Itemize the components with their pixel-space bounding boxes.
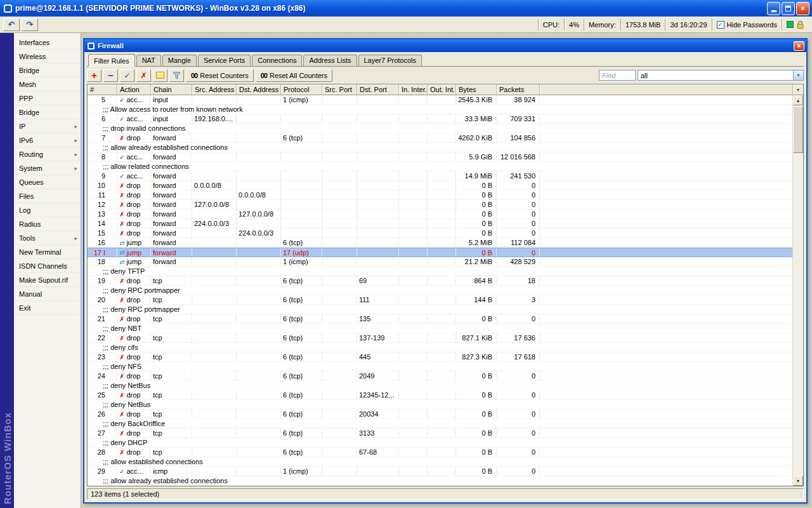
filter-dropdown[interactable]: all ▼ — [638, 70, 804, 81]
firewall-rule-row[interactable]: 15✗dropforward224.0.0.0/30 B0 — [88, 229, 792, 238]
sidebar-item-tools[interactable]: Tools▸ — [14, 231, 81, 245]
column-header-out-int[interactable]: Out. Int... — [428, 84, 456, 95]
tab-nat[interactable]: NAT — [136, 55, 161, 66]
sidebar-item-isdn-channels[interactable]: ISDN Channels — [14, 259, 81, 273]
tab-connections[interactable]: Connections — [252, 55, 302, 66]
sidebar-item-radius[interactable]: Radius — [14, 217, 81, 231]
firewall-rule-row[interactable]: 19✗droptcp6 (tcp)69864 B18 — [88, 276, 792, 286]
comment-row[interactable]: ;;; deny BackOriffice — [88, 419, 792, 429]
column-header-bytes[interactable]: Bytes — [456, 84, 497, 95]
tab-layer7-protocols[interactable]: Layer7 Protocols — [358, 55, 422, 66]
firewall-rule-row[interactable]: 29✓acc...icmp1 (icmp)0 B0 — [88, 467, 792, 476]
scroll-down-button[interactable]: ▼ — [793, 476, 803, 486]
find-input[interactable] — [599, 70, 636, 81]
comment-row[interactable]: ;;; deny cifs — [88, 343, 792, 352]
comment-row[interactable]: ;;; deny DHCP — [88, 438, 792, 448]
sidebar-item-make-supout-rif[interactable]: Make Supout.rif — [14, 273, 81, 287]
sidebar-item-system[interactable]: System▸ — [14, 161, 81, 175]
sidebar-item-queues[interactable]: Queues — [14, 175, 81, 189]
add-rule-button[interactable]: + — [87, 69, 102, 82]
redo-button[interactable]: ↷ — [22, 18, 38, 31]
sidebar-item-wireless[interactable]: Wireless — [14, 50, 81, 64]
disable-rule-button[interactable]: ✗ — [136, 69, 151, 82]
sidebar-item-bridge[interactable]: Bridge — [14, 64, 81, 77]
column-header-packets[interactable]: Packets — [497, 84, 540, 95]
comment-row[interactable]: ;;; deny RPC portmapper — [88, 286, 792, 295]
firewall-rule-row[interactable]: 24✗droptcp6 (tcp)20490 B0 — [88, 371, 792, 381]
column-header-action[interactable]: Action — [117, 84, 151, 95]
scroll-up-button[interactable]: ▲ — [793, 95, 803, 105]
column-header-protocol[interactable]: Protocol — [281, 84, 322, 95]
firewall-rule-row[interactable]: 17 I⇄jumpforward17 (udp)0 B0 — [88, 248, 792, 257]
sidebar-item-new-terminal[interactable]: New Terminal — [14, 245, 81, 259]
firewall-rule-row[interactable]: 8✓acc...forward5.9 GiB12 016 568 — [88, 152, 792, 162]
sidebar-item-ip[interactable]: IP▸ — [14, 119, 81, 133]
firewall-rule-row[interactable]: 28✗droptcp6 (tcp)67-680 B0 — [88, 448, 792, 457]
hide-passwords-toggle[interactable]: Hide Passwords — [712, 19, 782, 30]
firewall-rule-row[interactable]: 25✗droptcp6 (tcp)12345-12...0 B0 — [88, 391, 792, 400]
firewall-rule-row[interactable]: 16⇄jumpforward6 (tcp)5.2 MiB112 084 — [88, 238, 792, 248]
close-button[interactable]: × — [796, 2, 809, 15]
vertical-scrollbar[interactable]: ▲ ▼ — [792, 95, 803, 486]
comment-row[interactable]: ;;; Allow access to router from known ne… — [88, 105, 792, 114]
firewall-rule-row[interactable]: 23✗droptcp6 (tcp)445827.3 KiB17 618 — [88, 352, 792, 362]
firewall-rule-row[interactable]: 13✗dropforward127.0.0.0/80 B0 — [88, 210, 792, 219]
tab-filter-rules[interactable]: Filter Rules — [88, 54, 135, 67]
enable-rule-button[interactable]: ✓ — [120, 69, 134, 82]
sidebar-item-log[interactable]: Log — [14, 203, 81, 217]
scrollbar-thumb[interactable] — [793, 106, 803, 153]
undo-button[interactable]: ↶ — [3, 18, 20, 31]
firewall-rule-row[interactable]: 22✗droptcp6 (tcp)137-139827.1 KiB17 636 — [88, 333, 792, 343]
column-select-button[interactable]: ▼ — [792, 84, 803, 95]
maximize-button[interactable] — [782, 2, 795, 15]
comment-row[interactable]: ;;; deny TFTP — [88, 267, 792, 276]
comment-row[interactable]: ;;; deny NetBus — [88, 400, 792, 410]
tab-mangle[interactable]: Mangle — [162, 55, 197, 66]
comment-row[interactable]: ;;; allow already established connection… — [88, 476, 792, 486]
firewall-rule-row[interactable]: 5✓acc...input1 (icmp)2545.3 KiB38 924 — [88, 95, 792, 105]
sidebar-item-bridge[interactable]: Bridge — [14, 105, 81, 119]
firewall-rule-row[interactable]: 18⇄jumpforward1 (icmp)21.2 MiB428 529 — [88, 257, 792, 267]
sidebar-item-exit[interactable]: Exit — [14, 301, 81, 315]
comment-row[interactable]: ;;; deny NetBus — [88, 381, 792, 391]
minimize-button[interactable] — [767, 2, 780, 15]
firewall-titlebar[interactable]: Firewall × — [84, 39, 806, 52]
chevron-down-icon[interactable]: ▼ — [793, 70, 803, 80]
firewall-rule-row[interactable]: 9✓acc...forward14.9 MiB241 530 — [88, 171, 792, 181]
sidebar-item-ppp[interactable]: PPP — [14, 91, 81, 105]
firewall-rule-row[interactable]: 14✗dropforward224.0.0.0/30 B0 — [88, 219, 792, 229]
comment-row[interactable]: ;;; deny RPC portmapper — [88, 305, 792, 314]
firewall-rule-row[interactable]: 26✗droptcp6 (tcp)200340 B0 — [88, 410, 792, 419]
comment-row[interactable]: ;;; allow already established connection… — [88, 143, 792, 152]
sidebar-item-manual[interactable]: Manual — [14, 287, 81, 301]
firewall-close-button[interactable]: × — [794, 41, 804, 51]
comment-row[interactable]: ;;; allow related connections — [88, 162, 792, 171]
tab-address-lists[interactable]: Address Lists — [303, 55, 357, 66]
column-header-src-port[interactable]: Src. Port — [322, 84, 357, 95]
reset-all-counters-button[interactable]: 00 Reset All Counters — [256, 69, 332, 82]
firewall-rule-row[interactable]: 20✗droptcp6 (tcp)111144 B3 — [88, 295, 792, 305]
remove-rule-button[interactable]: − — [103, 69, 118, 82]
firewall-rule-row[interactable]: 6✓acc...input192.168.0....33.3 MiB709 33… — [88, 114, 792, 124]
column-header-chain[interactable]: Chain — [151, 84, 192, 95]
reset-counters-button[interactable]: 00 Reset Counters — [186, 69, 254, 82]
column-header-src-address[interactable]: Src. Address — [192, 84, 237, 95]
column-header-in-inter[interactable]: In. Inter... — [399, 84, 428, 95]
sidebar-item-files[interactable]: Files — [14, 189, 81, 203]
filter-button[interactable] — [169, 69, 184, 82]
comment-row[interactable]: ;;; drop invalid connections — [88, 124, 792, 133]
comment-button[interactable] — [153, 69, 167, 82]
comment-row[interactable]: ;;; allow established connections — [88, 457, 792, 467]
hide-passwords-checkbox[interactable] — [717, 21, 724, 29]
firewall-rule-row[interactable]: 10✗dropforward0.0.0.0/80 B0 — [88, 181, 792, 190]
tab-service-ports[interactable]: Service Ports — [198, 55, 251, 66]
firewall-rule-row[interactable]: 11✗dropforward0.0.0.0/80 B0 — [88, 190, 792, 200]
sidebar-item-interfaces[interactable]: Interfaces — [14, 36, 81, 50]
column-header-dst-address[interactable]: Dst. Address — [237, 84, 281, 95]
sidebar-item-routing[interactable]: Routing▸ — [14, 147, 81, 161]
firewall-rule-row[interactable]: 7✗dropforward6 (tcp)4262.0 KiB104 856 — [88, 133, 792, 143]
firewall-rule-row[interactable]: 27✗droptcp6 (tcp)31330 B0 — [88, 429, 792, 438]
column-header-[interactable]: # — [88, 84, 117, 95]
sidebar-item-mesh[interactable]: Mesh — [14, 77, 81, 91]
firewall-rule-row[interactable]: 21✗droptcp6 (tcp)1350 B0 — [88, 314, 792, 324]
